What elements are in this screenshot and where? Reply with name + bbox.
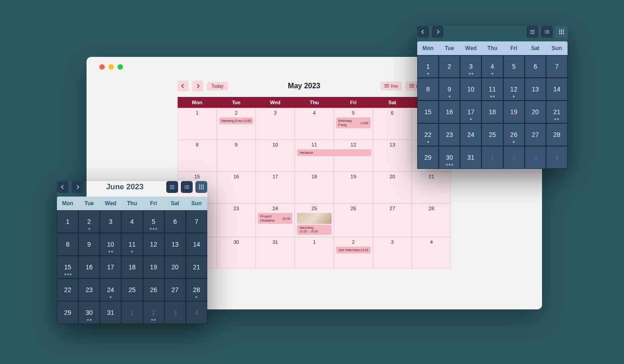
- view-list-button[interactable]: [527, 26, 538, 38]
- day-cell[interactable]: 28: [412, 203, 451, 237]
- day-cell[interactable]: 15: [417, 101, 439, 123]
- day-cell[interactable]: 23: [217, 203, 256, 237]
- day-cell[interactable]: 8: [57, 233, 78, 256]
- day-cell[interactable]: 30: [78, 301, 100, 324]
- next-month-button[interactable]: [432, 26, 444, 38]
- calendar-event[interactable]: Birthday Party13:00: [336, 117, 371, 128]
- day-cell[interactable]: 12: [143, 233, 164, 256]
- day-cell[interactable]: 21: [546, 101, 568, 123]
- day-cell[interactable]: 1: [57, 210, 78, 233]
- day-cell[interactable]: 25: [481, 123, 503, 146]
- day-cell[interactable]: 11: [481, 78, 503, 101]
- day-cell[interactable]: 11: [121, 233, 143, 256]
- day-cell[interactable]: 14: [186, 233, 207, 256]
- maximize-icon[interactable]: [118, 64, 123, 70]
- day-cell[interactable]: 2: [78, 210, 100, 233]
- day-cell[interactable]: 29: [417, 146, 439, 169]
- day-cell[interactable]: 25Wedding10:00 - 18:00: [295, 203, 334, 237]
- view-agenda-button[interactable]: [541, 26, 553, 38]
- prev-month-button[interactable]: [57, 181, 69, 193]
- day-cell[interactable]: 20: [164, 256, 186, 278]
- day-cell[interactable]: 31: [256, 237, 295, 269]
- day-cell[interactable]: 8: [417, 78, 439, 101]
- day-cell[interactable]: 19: [143, 256, 164, 278]
- calendar-event[interactable]: Job Interview13:45: [336, 247, 371, 253]
- day-cell[interactable]: 2: [439, 55, 460, 78]
- day-cell[interactable]: 3: [164, 301, 186, 324]
- day-cell[interactable]: 24Project Deadline10:30: [256, 203, 295, 237]
- day-cell[interactable]: 26: [334, 203, 373, 237]
- day-cell[interactable]: 11Vacation: [295, 140, 334, 172]
- day-cell[interactable]: 6: [373, 108, 412, 140]
- day-cell[interactable]: 20: [373, 172, 412, 203]
- day-cell[interactable]: 1: [121, 301, 143, 324]
- calendar-event[interactable]: Meeting Erez13:00: [219, 117, 254, 124]
- day-cell[interactable]: 21: [186, 256, 207, 278]
- day-cell[interactable]: 21: [412, 172, 451, 203]
- day-cell[interactable]: 2Meeting Erez13:00: [217, 108, 256, 140]
- day-cell[interactable]: 2: [503, 146, 525, 169]
- day-cell[interactable]: 3: [256, 108, 295, 140]
- calendar-event[interactable]: Wedding10:00 - 18:00: [297, 225, 332, 235]
- day-cell[interactable]: 10: [256, 140, 295, 172]
- day-cell[interactable]: 16: [217, 172, 256, 203]
- day-cell[interactable]: 22: [57, 278, 78, 301]
- day-cell[interactable]: 28: [186, 278, 207, 301]
- day-cell[interactable]: 3: [460, 55, 481, 78]
- day-cell[interactable]: 1: [295, 237, 334, 269]
- view-grid-button[interactable]: [195, 181, 207, 193]
- day-cell[interactable]: 10: [460, 78, 481, 101]
- day-cell[interactable]: 31: [460, 146, 481, 169]
- day-cell[interactable]: 27: [373, 203, 412, 237]
- day-cell[interactable]: 7: [186, 210, 207, 233]
- today-button[interactable]: Today: [207, 82, 228, 91]
- day-cell[interactable]: 16: [439, 101, 460, 123]
- day-cell[interactable]: 25: [121, 278, 143, 301]
- day-cell[interactable]: 18: [121, 256, 143, 278]
- day-cell[interactable]: 4: [186, 301, 207, 324]
- day-cell[interactable]: 17: [256, 172, 295, 203]
- day-cell[interactable]: 29: [57, 301, 78, 324]
- day-cell[interactable]: 24: [100, 278, 121, 301]
- day-cell[interactable]: 18: [481, 101, 503, 123]
- day-cell[interactable]: 13: [373, 140, 412, 172]
- day-cell[interactable]: 4: [481, 55, 503, 78]
- day-cell[interactable]: 7: [546, 55, 568, 78]
- day-cell[interactable]: 14: [546, 78, 568, 101]
- day-cell[interactable]: 4: [412, 237, 451, 269]
- view-grid-button[interactable]: [556, 26, 568, 38]
- view-day-button[interactable]: Day: [380, 81, 402, 91]
- day-cell[interactable]: 20: [525, 101, 546, 123]
- calendar-event-multiday[interactable]: Vacation: [297, 149, 371, 156]
- day-cell[interactable]: 3: [525, 146, 546, 169]
- day-cell[interactable]: 4: [121, 210, 143, 233]
- day-cell[interactable]: 9: [78, 233, 100, 256]
- prev-month-button[interactable]: [417, 26, 429, 38]
- close-icon[interactable]: [99, 64, 105, 70]
- day-cell[interactable]: 6: [525, 55, 546, 78]
- day-cell[interactable]: 15: [57, 256, 78, 278]
- day-cell[interactable]: 28: [546, 123, 568, 146]
- event-thumbnail[interactable]: [297, 213, 332, 224]
- day-cell[interactable]: 9: [439, 78, 460, 101]
- prev-month-button[interactable]: [178, 81, 189, 91]
- day-cell[interactable]: 26: [503, 123, 525, 146]
- day-cell[interactable]: 16: [78, 256, 100, 278]
- day-cell[interactable]: 27: [164, 278, 186, 301]
- day-cell[interactable]: 13: [525, 78, 546, 101]
- day-cell[interactable]: 17: [460, 101, 481, 123]
- day-cell[interactable]: 12: [503, 78, 525, 101]
- day-cell[interactable]: 27: [525, 123, 546, 146]
- next-month-button[interactable]: [192, 81, 203, 91]
- day-cell[interactable]: 6: [164, 210, 186, 233]
- day-cell[interactable]: 30: [439, 146, 460, 169]
- day-cell[interactable]: 8: [178, 140, 217, 172]
- day-cell[interactable]: 19: [503, 101, 525, 123]
- calendar-event[interactable]: Project Deadline10:30: [258, 213, 292, 224]
- day-cell[interactable]: 5Birthday Party13:00: [334, 108, 373, 140]
- day-cell[interactable]: 3: [100, 210, 121, 233]
- day-cell[interactable]: 4: [295, 108, 334, 140]
- day-cell[interactable]: 23: [78, 278, 100, 301]
- day-cell[interactable]: 9: [217, 140, 256, 172]
- day-cell[interactable]: 18: [295, 172, 334, 203]
